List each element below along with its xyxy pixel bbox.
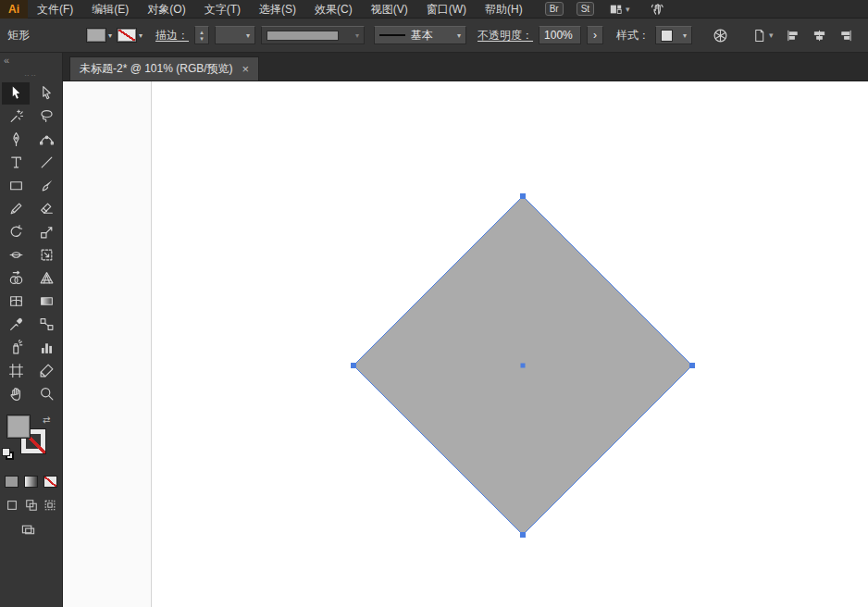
- anchor-point[interactable]: [520, 532, 526, 538]
- screen-mode-button[interactable]: [19, 523, 37, 537]
- fill-color-picker[interactable]: ▾: [87, 29, 112, 42]
- zoom-tool[interactable]: [32, 383, 60, 405]
- chevron-down-icon: ▾: [246, 31, 250, 40]
- column-graph-tool[interactable]: [32, 337, 60, 359]
- chevron-down-icon: ▾: [457, 31, 461, 40]
- hand-tool[interactable]: [2, 383, 30, 405]
- draw-behind-icon: [25, 499, 38, 512]
- symbol-sprayer-tool-icon: [8, 340, 24, 355]
- chevron-down-icon[interactable]: ▾: [108, 31, 112, 40]
- gradient-tool[interactable]: [32, 291, 60, 313]
- fill-proxy-swatch[interactable]: [6, 415, 31, 439]
- direct-selection-tool[interactable]: [32, 82, 60, 105]
- menu-item-7[interactable]: 视图(V): [362, 0, 417, 19]
- eraser-tool-icon: [39, 201, 55, 217]
- width-profile-preview: [267, 31, 339, 41]
- menu-item-4[interactable]: 文字(T): [195, 0, 250, 19]
- document-tab[interactable]: 未标题-2* @ 101% (RGB/预览) ×: [69, 56, 259, 81]
- draw-mode-buttons: [0, 498, 62, 512]
- paintbrush-tool[interactable]: [32, 175, 60, 197]
- gradient-button[interactable]: [24, 476, 38, 488]
- scale-tool[interactable]: [32, 221, 60, 243]
- align-left-icon: [786, 29, 800, 43]
- width-tool-icon: [8, 247, 24, 263]
- app-logo[interactable]: Ai: [0, 0, 28, 19]
- align-right-icon: [839, 29, 853, 43]
- fill-swatch[interactable]: [87, 29, 105, 42]
- draw-normal-button[interactable]: [5, 498, 19, 512]
- direct-selection-tool-icon: [39, 85, 55, 101]
- menu-item-5[interactable]: 选择(S): [250, 0, 305, 19]
- width-tool[interactable]: [2, 244, 30, 266]
- menu-item-3[interactable]: 对象(O): [138, 0, 194, 19]
- screen-mode-row: [0, 523, 62, 537]
- stroke-weight-stepper[interactable]: ▴ ▾: [194, 26, 209, 44]
- rotate-tool[interactable]: [2, 221, 30, 243]
- draw-behind-button[interactable]: [24, 498, 39, 512]
- collapse-panel-icon[interactable]: «: [4, 55, 9, 66]
- line-segment-tool[interactable]: [32, 152, 60, 174]
- selection-tool[interactable]: [2, 82, 30, 105]
- eraser-tool[interactable]: [32, 198, 60, 220]
- recolor-artwork-button[interactable]: [711, 28, 730, 43]
- stroke-weight-select[interactable]: ▾: [215, 26, 255, 44]
- magic-wand-tool[interactable]: [2, 105, 30, 128]
- artboard-tool[interactable]: [2, 360, 30, 382]
- type-tool[interactable]: [2, 152, 30, 174]
- default-fill-stroke-icon[interactable]: [2, 448, 15, 461]
- brush-definition-select[interactable]: 基本 ▾: [374, 26, 466, 44]
- artboard-tool-icon: [8, 363, 24, 378]
- blend-tool[interactable]: [32, 314, 60, 336]
- stock-button[interactable]: St: [577, 2, 594, 16]
- stepper-up-icon[interactable]: ▴: [200, 29, 204, 35]
- opacity-options-button[interactable]: ›: [587, 26, 603, 44]
- slice-tool[interactable]: [32, 360, 60, 382]
- menu-item-1[interactable]: 文件(F): [28, 0, 82, 19]
- perspective-grid-tool[interactable]: [32, 267, 60, 290]
- align-center-button[interactable]: [811, 29, 828, 43]
- color-button[interactable]: [5, 476, 19, 488]
- anchor-point[interactable]: [520, 193, 526, 199]
- lasso-tool[interactable]: [32, 105, 60, 128]
- width-profile-select[interactable]: ▾: [261, 26, 365, 44]
- stroke-none-swatch[interactable]: [118, 29, 136, 42]
- opacity-input[interactable]: 100%: [539, 26, 581, 44]
- opacity-label[interactable]: 不透明度：: [477, 28, 533, 43]
- stroke-weight-label[interactable]: 描边：: [155, 28, 189, 43]
- anchor-point[interactable]: [351, 363, 356, 368]
- curvature-tool[interactable]: [32, 129, 60, 151]
- style-select[interactable]: ▾: [655, 26, 692, 44]
- document-setup-button[interactable]: ▾: [750, 29, 775, 43]
- opacity-value: 100%: [544, 29, 573, 42]
- share-button[interactable]: [651, 2, 664, 16]
- swap-fill-stroke-icon[interactable]: ⇄: [43, 415, 50, 425]
- panel-drag-handle[interactable]: ‥‥: [24, 69, 38, 78]
- brush-definition-value: 基本: [411, 28, 433, 43]
- anchor-point[interactable]: [689, 363, 695, 368]
- menu-item-6[interactable]: 效果(C): [305, 0, 362, 19]
- shape-builder-tool[interactable]: [2, 267, 30, 290]
- menu-item-8[interactable]: 窗口(W): [417, 0, 476, 19]
- chevron-down-icon[interactable]: ▾: [139, 31, 143, 40]
- menu-item-9[interactable]: 帮助(H): [476, 0, 532, 19]
- symbol-sprayer-tool[interactable]: [2, 337, 30, 359]
- stepper-down-icon[interactable]: ▾: [200, 35, 204, 42]
- eyedropper-tool[interactable]: [2, 314, 30, 336]
- center-point[interactable]: [521, 364, 526, 368]
- pen-tool[interactable]: [2, 129, 30, 151]
- align-right-button[interactable]: [837, 29, 855, 43]
- rectangle-tool[interactable]: [2, 175, 30, 197]
- shaper-tool[interactable]: [2, 198, 30, 220]
- canvas[interactable]: [63, 81, 868, 607]
- free-transform-tool[interactable]: [32, 244, 60, 266]
- close-icon[interactable]: ×: [242, 62, 250, 76]
- mesh-tool[interactable]: [2, 291, 30, 313]
- menu-item-2[interactable]: 编辑(E): [82, 0, 138, 19]
- bridge-button[interactable]: Br: [545, 2, 564, 16]
- stroke-color-picker[interactable]: ▾: [118, 29, 143, 42]
- draw-inside-button[interactable]: [43, 498, 57, 512]
- workspace-switcher-button[interactable]: ▾: [609, 3, 630, 16]
- none-button[interactable]: [43, 476, 57, 488]
- context-label: 矩形: [7, 28, 30, 43]
- align-left-button[interactable]: [784, 29, 801, 43]
